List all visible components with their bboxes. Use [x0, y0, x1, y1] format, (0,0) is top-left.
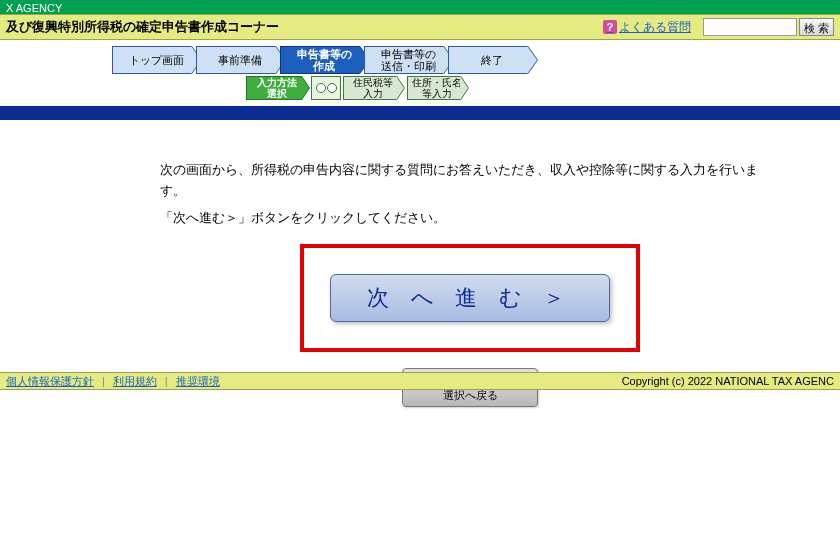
instruction-line-2: 「次へ進む＞」ボタンをクリックしてください。	[160, 208, 780, 229]
agency-bar: X AGENCY	[0, 0, 840, 14]
faq-label: よくある質問	[619, 19, 691, 36]
footer-link-privacy[interactable]: 個人情報保護方針	[6, 374, 94, 389]
divider-band	[0, 106, 840, 120]
footer-link-terms[interactable]: 利用規約	[113, 374, 157, 389]
step-done[interactable]: 終了	[448, 46, 528, 74]
header-bar: 及び復興特別所得税の確定申告書作成コーナー ? よくある質問 検 索	[0, 14, 840, 40]
dot-icon	[327, 83, 337, 93]
faq-link[interactable]: ? よくある質問	[603, 19, 691, 36]
dot-icon	[316, 83, 326, 93]
step-create[interactable]: 申告書等の 作成	[280, 46, 360, 74]
breadcrumb-nav: トップ画面 事前準備 申告書等の 作成 申告書等の 送信・印刷 終了 入力方法 …	[0, 40, 840, 104]
instruction-line-1: 次の画面から、所得税の申告内容に関する質問にお答えいただき、収入や控除等に関する…	[160, 160, 780, 202]
separator: |	[102, 375, 105, 387]
page-title: 及び復興特別所得税の確定申告書作成コーナー	[6, 18, 603, 36]
step-top[interactable]: トップ画面	[112, 46, 192, 74]
next-button[interactable]: 次 へ 進 む ＞	[330, 274, 610, 322]
substep-resident-tax[interactable]: 住民税等 入力	[343, 76, 397, 100]
substep-input-method[interactable]: 入力方法 選択	[246, 76, 302, 100]
search-button[interactable]: 検 索	[799, 18, 834, 36]
footer-link-env[interactable]: 推奨環境	[176, 374, 220, 389]
step-prepare[interactable]: 事前準備	[196, 46, 276, 74]
search-box: 検 索	[703, 18, 834, 36]
step-send[interactable]: 申告書等の 送信・印刷	[364, 46, 444, 74]
copyright-text: Copyright (c) 2022 NATIONAL TAX AGENC	[622, 375, 834, 387]
question-icon: ?	[603, 20, 617, 34]
substep-dots	[311, 76, 341, 100]
substep-address-name[interactable]: 住所・氏名 等入力	[407, 76, 461, 100]
highlight-box: 次 へ 進 む ＞	[300, 244, 640, 352]
main-content: 次の画面から、所得税の申告内容に関する質問にお答えいただき、収入や控除等に関する…	[0, 120, 840, 407]
separator: |	[165, 375, 168, 387]
footer-bar: 個人情報保護方針 | 利用規約 | 推奨環境 Copyright (c) 202…	[0, 372, 840, 390]
search-input[interactable]	[703, 18, 797, 36]
